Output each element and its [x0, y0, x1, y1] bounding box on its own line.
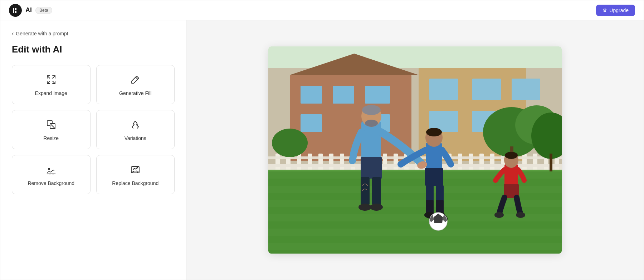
svg-rect-103: [436, 200, 444, 214]
tools-grid: Expand Image Generative Fill: [12, 65, 175, 194]
svg-rect-88: [361, 157, 382, 179]
main-content: ‹ Generate with a prompt Edit with AI: [0, 20, 644, 280]
svg-rect-41: [512, 79, 540, 100]
svg-rect-1: [15, 8, 16, 10]
header: AI Beta ♛ Upgrade: [0, 0, 644, 20]
expand-image-label: Expand Image: [35, 90, 67, 96]
back-link-label: Generate with a prompt: [16, 31, 68, 36]
header-title: AI: [25, 6, 32, 14]
svg-point-86: [272, 129, 308, 157]
replace-background-label: Replace Background: [112, 180, 158, 186]
svg-rect-102: [426, 200, 434, 214]
back-link[interactable]: ‹ Generate with a prompt: [12, 30, 175, 37]
resize-card[interactable]: Resize: [12, 110, 91, 149]
remove-background-label: Remove Background: [28, 180, 74, 186]
svg-line-13: [132, 127, 133, 128]
svg-rect-34: [301, 86, 322, 104]
svg-rect-93: [372, 177, 381, 205]
remove-background-icon: [46, 165, 56, 176]
remove-background-card[interactable]: Remove Background: [12, 155, 91, 194]
svg-rect-81: [268, 229, 562, 236]
crown-icon: ♛: [602, 8, 607, 13]
image-area: [186, 20, 644, 280]
elementor-logo: [9, 4, 22, 17]
variations-card[interactable]: Variations: [96, 110, 175, 149]
svg-point-91: [365, 120, 378, 127]
svg-point-27: [137, 167, 138, 168]
svg-rect-37: [301, 114, 322, 132]
svg-point-116: [516, 212, 525, 218]
svg-point-115: [494, 212, 504, 218]
svg-line-6: [47, 81, 50, 84]
svg-rect-40: [472, 79, 501, 100]
page-title: Edit with AI: [12, 44, 175, 55]
svg-line-7: [136, 77, 138, 79]
expand-image-card[interactable]: Expand Image: [12, 65, 91, 104]
replace-background-card[interactable]: Replace Background: [96, 155, 175, 194]
upgrade-label: Upgrade: [609, 8, 629, 13]
svg-rect-35: [333, 86, 354, 104]
svg-line-14: [137, 127, 138, 128]
svg-point-95: [370, 204, 383, 211]
svg-rect-39: [429, 79, 458, 100]
svg-rect-82: [268, 243, 562, 250]
svg-point-94: [358, 204, 371, 211]
svg-point-99: [426, 128, 442, 136]
svg-point-90: [362, 105, 381, 115]
svg-line-5: [53, 81, 55, 84]
resize-label: Resize: [43, 135, 59, 141]
replace-background-icon: [130, 165, 140, 176]
variations-icon: [130, 120, 140, 131]
generative-fill-label: Generative Fill: [119, 90, 151, 96]
svg-point-15: [48, 168, 50, 170]
svg-rect-0: [13, 8, 14, 13]
svg-point-114: [505, 152, 518, 159]
svg-rect-36: [365, 86, 390, 104]
main-image-container: [268, 46, 562, 254]
chevron-left-icon: ‹: [12, 30, 14, 37]
sidebar: ‹ Generate with a prompt Edit with AI: [0, 20, 186, 280]
beta-badge: Beta: [35, 7, 52, 14]
generative-fill-icon: [130, 75, 140, 86]
expand-image-icon: [46, 75, 56, 86]
header-left: AI Beta: [9, 4, 52, 17]
app-container: AI Beta ♛ Upgrade ‹ Generate with a prom…: [0, 0, 644, 280]
svg-rect-2: [15, 11, 16, 13]
variations-label: Variations: [125, 135, 146, 141]
upgrade-button[interactable]: ♛ Upgrade: [596, 5, 635, 16]
svg-rect-97: [425, 168, 443, 186]
svg-line-4: [53, 76, 55, 78]
resize-icon: [46, 120, 56, 131]
svg-rect-92: [361, 177, 370, 205]
generative-fill-card[interactable]: Generative Fill: [96, 65, 175, 104]
svg-line-3: [47, 76, 50, 78]
svg-rect-119: [550, 154, 552, 171]
soccer-scene-image: [268, 46, 562, 254]
